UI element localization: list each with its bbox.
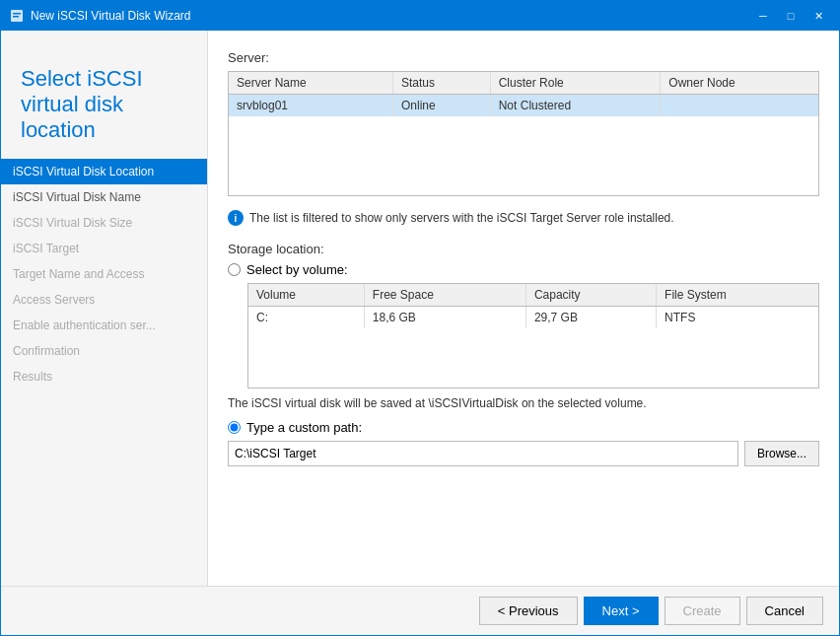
save-path-note: The iSCSI virtual disk will be saved at …	[228, 396, 819, 410]
cancel-button[interactable]: Cancel	[746, 597, 823, 625]
page-title: Select iSCSI virtual disk location	[21, 66, 187, 143]
next-button[interactable]: Next >	[584, 597, 659, 625]
sidebar-item-confirmation: Confirmation	[1, 338, 207, 364]
select-by-volume-radio[interactable]	[228, 263, 241, 276]
sidebar: Select iSCSI virtual disk location iSCSI…	[1, 31, 208, 586]
custom-path-radio[interactable]	[228, 421, 241, 434]
select-by-volume-label[interactable]: Select by volume:	[246, 262, 348, 277]
info-icon: i	[228, 210, 244, 226]
sidebar-item-access-servers: Access Servers	[1, 287, 207, 313]
vol-col-filesystem: File System	[657, 284, 818, 307]
svg-rect-2	[13, 16, 19, 18]
close-button[interactable]: ✕	[805, 6, 831, 26]
main-content: Server: Server Name Status Cluster Role …	[208, 31, 839, 586]
server-section-label: Server:	[228, 50, 819, 65]
col-status: Status	[393, 72, 491, 95]
server-table: Server Name Status Cluster Role Owner No…	[229, 72, 818, 195]
custom-path-radio-row: Type a custom path:	[228, 420, 819, 435]
create-button: Create	[665, 597, 740, 625]
info-bar: i The list is filtered to show only serv…	[228, 204, 819, 232]
browse-button[interactable]: Browse...	[744, 441, 819, 466]
server-table-empty	[229, 116, 818, 195]
previous-button[interactable]: < Previous	[479, 597, 578, 625]
wizard-window: New iSCSI Virtual Disk Wizard ─ □ ✕ Sele…	[0, 0, 840, 636]
sidebar-item-enable-auth: Enable authentication ser...	[1, 313, 207, 338]
sidebar-item-iscsi-name[interactable]: iSCSI Virtual Disk Name	[1, 184, 207, 210]
col-server-name: Server Name	[229, 72, 393, 95]
sidebar-nav: iSCSI Virtual Disk Location iSCSI Virtua…	[1, 151, 207, 389]
volume-table: Volume Free Space Capacity File System C…	[248, 284, 818, 388]
cell-status: Online	[393, 95, 491, 117]
sidebar-item-iscsi-size: iSCSI Virtual Disk Size	[1, 210, 207, 236]
cell-capacity: 29,7 GB	[525, 307, 656, 329]
info-text: The list is filtered to show only server…	[249, 211, 674, 225]
sidebar-item-results: Results	[1, 364, 207, 389]
cell-volume: C:	[248, 307, 364, 329]
cell-free-space: 18,6 GB	[364, 307, 525, 329]
volume-table-wrapper: Volume Free Space Capacity File System C…	[247, 283, 819, 389]
sidebar-item-iscsi-location[interactable]: iSCSI Virtual Disk Location	[1, 159, 207, 184]
col-owner-node: Owner Node	[661, 72, 818, 95]
restore-button[interactable]: □	[778, 6, 804, 26]
custom-path-input[interactable]	[228, 441, 738, 466]
server-table-wrapper: Server Name Status Cluster Role Owner No…	[228, 71, 819, 196]
cell-owner-node	[661, 95, 818, 117]
volume-table-empty	[248, 328, 818, 388]
page-title-section: Select iSCSI virtual disk location	[1, 50, 207, 151]
title-bar-left: New iSCSI Virtual Disk Wizard	[9, 8, 190, 24]
vol-col-volume: Volume	[248, 284, 364, 307]
cell-filesystem: NTFS	[657, 307, 818, 329]
footer: < Previous Next > Create Cancel	[1, 586, 839, 635]
custom-path-label[interactable]: Type a custom path:	[246, 420, 362, 435]
window-title: New iSCSI Virtual Disk Wizard	[31, 9, 190, 23]
vol-col-capacity: Capacity	[525, 284, 656, 307]
storage-section-label: Storage location:	[228, 242, 819, 256]
custom-path-input-row: Browse...	[228, 441, 819, 466]
wizard-icon	[9, 8, 25, 24]
cell-cluster-role: Not Clustered	[490, 95, 661, 117]
volume-row[interactable]: C: 18,6 GB 29,7 GB NTFS	[248, 307, 818, 329]
svg-rect-1	[13, 13, 21, 15]
sidebar-item-target-name-access: Target Name and Access	[1, 261, 207, 287]
minimize-button[interactable]: ─	[750, 6, 776, 26]
title-bar: New iSCSI Virtual Disk Wizard ─ □ ✕	[1, 1, 839, 31]
cell-server-name: srvblog01	[229, 95, 393, 117]
sidebar-item-iscsi-target: iSCSI Target	[1, 236, 207, 261]
title-bar-controls: ─ □ ✕	[750, 6, 831, 26]
col-cluster-role: Cluster Role	[490, 72, 661, 95]
select-by-volume-row: Select by volume:	[228, 262, 819, 277]
content-area: Select iSCSI virtual disk location iSCSI…	[1, 31, 839, 586]
server-row[interactable]: srvblog01 Online Not Clustered	[229, 95, 818, 117]
vol-col-free-space: Free Space	[364, 284, 525, 307]
